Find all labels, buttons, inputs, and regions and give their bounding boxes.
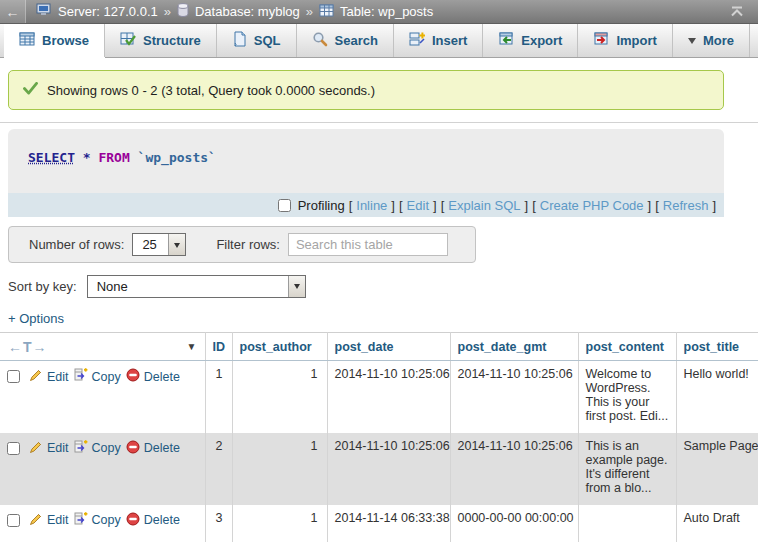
cell-post-date-gmt: 2014-11-10 10:25:06 (450, 433, 578, 505)
column-move-icon[interactable]: ←T→ (8, 339, 48, 355)
explain-sql-link[interactable]: Explain SQL (448, 198, 520, 213)
pencil-icon (29, 512, 43, 529)
create-php-code-link[interactable]: Create PHP Code (540, 198, 644, 213)
copy-label: Copy (92, 370, 121, 384)
table-row: Edit Copy Delete 3 1 2014-11-14 06:33:38… (0, 505, 758, 542)
tab-label: Browse (42, 33, 89, 48)
cell-id: 3 (205, 505, 232, 542)
breadcrumb-database[interactable]: Database: myblog (195, 4, 300, 19)
copy-row-link[interactable]: Copy (74, 512, 121, 529)
collapse-top-icon[interactable] (730, 6, 744, 17)
search-icon (312, 31, 328, 50)
cell-post-author: 1 (232, 361, 327, 433)
copy-icon (74, 368, 88, 385)
copy-label: Copy (92, 441, 121, 455)
select-arrow-button[interactable] (288, 276, 305, 297)
tab-label: Structure (143, 33, 201, 48)
header-actions-cell: ←T→ ▼ (0, 333, 205, 361)
bracket: [ (655, 198, 659, 213)
breadcrumb-table[interactable]: Table: wp_posts (340, 4, 433, 19)
column-header-post-date[interactable]: post_date (327, 333, 450, 361)
cell-post-content: This is an example page. It's different … (578, 433, 676, 505)
delete-row-link[interactable]: Delete (126, 368, 180, 385)
row-checkbox[interactable] (7, 514, 20, 527)
edit-row-link[interactable]: Edit (29, 512, 69, 529)
cell-post-author: 1 (232, 505, 327, 542)
tab-label: Export (521, 33, 562, 48)
number-of-rows-value: 25 (133, 234, 168, 255)
cell-post-date-gmt: 2014-11-10 10:25:06 (450, 361, 578, 433)
options-toggle-link[interactable]: + Options (8, 311, 64, 326)
copy-row-link[interactable]: Copy (74, 440, 121, 457)
table-icon (319, 4, 334, 20)
delete-row-link[interactable]: Delete (126, 512, 180, 529)
edit-row-link[interactable]: Edit (29, 440, 69, 457)
tab-label: SQL (254, 33, 281, 48)
row-actions-cell: Edit Copy Delete (0, 505, 205, 542)
sort-descending-icon[interactable]: ▼ (187, 341, 197, 352)
column-header-post-date-gmt[interactable]: post_date_gmt (450, 333, 578, 361)
sql-query-box: SELECT * FROM `wp_posts` Profiling [ Inl… (8, 129, 724, 217)
server-icon (36, 3, 52, 20)
bracket: ] (433, 198, 437, 213)
column-header-post-content[interactable]: post_content (578, 333, 676, 361)
success-message: Showing rows 0 - 2 (3 total, Query took … (8, 70, 724, 110)
delete-row-link[interactable]: Delete (126, 440, 180, 457)
sql-table-name: `wp_posts` (138, 150, 216, 165)
tab-sql[interactable]: SQL (217, 24, 297, 57)
profiling-label: Profiling (298, 198, 345, 213)
table-row: Edit Copy Delete 2 1 2014-11-10 10:25:06… (0, 433, 758, 505)
copy-label: Copy (92, 513, 121, 527)
chevron-down-icon (174, 243, 180, 251)
tab-search[interactable]: Search (297, 24, 394, 57)
select-arrow-button[interactable] (168, 234, 185, 255)
sort-by-key-select[interactable]: None (87, 275, 306, 298)
edit-label: Edit (47, 441, 69, 455)
edit-row-link[interactable]: Edit (29, 368, 69, 385)
tab-more[interactable]: More (673, 24, 750, 57)
cell-post-date: 2014-11-10 10:25:06 (327, 361, 450, 433)
profiling-checkbox[interactable] (278, 199, 291, 212)
filter-rows-input[interactable] (288, 233, 448, 256)
tab-insert[interactable]: Insert (394, 24, 483, 57)
export-icon (498, 31, 514, 50)
row-checkbox[interactable] (7, 370, 20, 383)
delete-label: Delete (144, 441, 180, 455)
sql-star: * (83, 150, 91, 165)
sort-by-key-row: Sort by key: None (8, 273, 758, 299)
tab-export[interactable]: Export (483, 24, 578, 57)
row-checkbox[interactable] (7, 442, 20, 455)
number-of-rows-select[interactable]: 25 (132, 233, 186, 256)
delete-icon (126, 512, 140, 529)
inline-link[interactable]: Inline (356, 198, 387, 213)
cell-post-date: 2014-11-14 06:33:38 (327, 505, 450, 542)
browse-icon (19, 31, 35, 50)
bracket: [ (349, 198, 353, 213)
breadcrumb-bar: ← Server: 127.0.0.1 » Database: myblog »… (0, 0, 758, 24)
sort-by-key-label: Sort by key: (8, 279, 77, 294)
delete-icon (126, 440, 140, 457)
tab-label: Search (335, 33, 378, 48)
edit-query-link[interactable]: Edit (407, 198, 429, 213)
column-header-post-title[interactable]: post_title (676, 333, 758, 361)
edit-label: Edit (47, 370, 69, 384)
cell-post-content (578, 505, 676, 542)
breadcrumb-separator: » (164, 4, 171, 19)
tab-structure[interactable]: Structure (105, 24, 217, 57)
column-header-post-author[interactable]: post_author (232, 333, 327, 361)
breadcrumb-server[interactable]: Server: 127.0.0.1 (58, 4, 158, 19)
cell-post-author: 1 (232, 433, 327, 505)
back-button[interactable]: ← (0, 0, 26, 23)
copy-icon (74, 440, 88, 457)
tab-bar: Browse Structure SQL Search Insert Expor… (0, 24, 758, 58)
breadcrumb-separator: » (306, 4, 313, 19)
sql-keyword-select[interactable]: SELECT (28, 150, 75, 165)
cell-id: 2 (205, 433, 232, 505)
refresh-link[interactable]: Refresh (663, 198, 709, 213)
chevron-down-icon (688, 38, 696, 48)
tab-import[interactable]: Import (578, 24, 672, 57)
column-header-id[interactable]: ID (205, 333, 232, 361)
copy-row-link[interactable]: Copy (74, 368, 121, 385)
cell-post-title: Hello world! (676, 361, 758, 433)
tab-browse[interactable]: Browse (4, 24, 105, 57)
